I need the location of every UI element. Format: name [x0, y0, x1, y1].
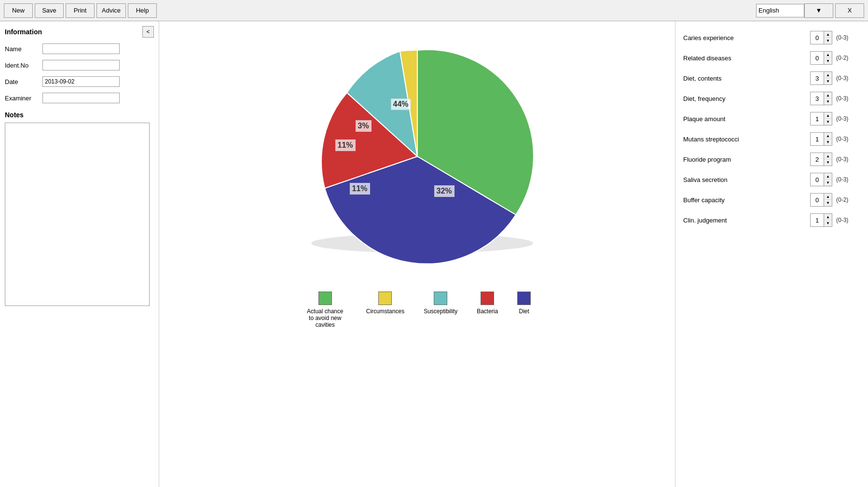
name-input[interactable] — [42, 43, 120, 54]
risk-value-group-7: ▲▼(0-3) — [810, 173, 860, 186]
left-panel: Information < Name Ident.No Date Examine… — [0, 21, 159, 487]
examiner-label: Examiner — [5, 95, 39, 102]
risk-label-5: Mutans streptococci — [683, 136, 780, 143]
spinner-down-2[interactable]: ▼ — [824, 78, 832, 84]
spinner-up-8[interactable]: ▲ — [824, 194, 832, 200]
legend-color-teal — [434, 292, 447, 305]
spinner-input-1[interactable] — [811, 52, 824, 64]
risk-range-9: (0-3) — [836, 217, 860, 223]
language-dropdown-button[interactable]: ▼ — [804, 3, 833, 18]
spinner-input-0[interactable] — [811, 31, 824, 44]
pie-chart: 44% 32% 11% 11% 3% — [297, 36, 538, 277]
legend-color-green — [318, 292, 332, 305]
spinner-container-6: ▲▼ — [810, 153, 832, 166]
risk-row-4: Plaque amount▲▼(0-3) — [683, 112, 860, 125]
name-row: Name — [5, 43, 154, 54]
spinner-down-3[interactable]: ▼ — [824, 98, 832, 105]
collapse-button[interactable]: < — [142, 26, 154, 38]
spinner-container-7: ▲▼ — [810, 173, 832, 186]
date-row: Date — [5, 76, 154, 87]
risk-value-group-6: ▲▼(0-3) — [810, 153, 860, 166]
spinner-down-8[interactable]: ▼ — [824, 200, 832, 206]
spinner-input-8[interactable] — [811, 194, 824, 206]
spinner-input-3[interactable] — [811, 92, 824, 105]
close-button[interactable]: X — [835, 3, 864, 18]
spinner-up-3[interactable]: ▲ — [824, 92, 832, 98]
risk-value-group-9: ▲▼(0-3) — [810, 213, 860, 227]
toolbar: New Save Print Advice Help ▼ X — [0, 0, 868, 21]
ident-label: Ident.No — [5, 62, 39, 69]
label-44: 44% — [391, 98, 411, 110]
date-input[interactable] — [42, 76, 120, 87]
legend-item-yellow: Circumstances — [366, 292, 404, 315]
risk-value-group-3: ▲▼(0-3) — [810, 92, 860, 105]
risk-value-group-8: ▲▼(0-2) — [810, 193, 860, 207]
save-button[interactable]: Save — [35, 3, 64, 18]
ident-input[interactable] — [42, 60, 120, 70]
right-panel: Caries experience▲▼(0-3)Related diseases… — [675, 21, 868, 487]
spinner-input-6[interactable] — [811, 153, 824, 166]
risk-value-group-4: ▲▼(0-3) — [810, 112, 860, 125]
spinner-up-5[interactable]: ▲ — [824, 133, 832, 139]
legend-color-blue — [517, 292, 531, 305]
center-panel: 44% 32% 11% 11% 3% Actual chanceto avoid… — [159, 21, 675, 487]
advice-button[interactable]: Advice — [96, 3, 126, 18]
spinner-up-1[interactable]: ▲ — [824, 52, 832, 58]
spinner-up-7[interactable]: ▲ — [824, 173, 832, 180]
chart-legend: Actual chanceto avoid new cavities Circu… — [303, 292, 531, 328]
spinner-container-5: ▲▼ — [810, 132, 832, 146]
risk-value-group-5: ▲▼(0-3) — [810, 132, 860, 146]
spinner-container-9: ▲▼ — [810, 213, 832, 227]
examiner-input[interactable] — [42, 93, 120, 103]
risk-row-6: Fluoride program▲▼(0-3) — [683, 153, 860, 166]
info-title: Information — [5, 28, 42, 36]
spinner-up-6[interactable]: ▲ — [824, 153, 832, 159]
risk-value-group-0: ▲▼(0-3) — [810, 31, 860, 44]
spinner-container-2: ▲▼ — [810, 71, 832, 85]
spinner-down-5[interactable]: ▼ — [824, 139, 832, 145]
spinner-input-4[interactable] — [811, 112, 824, 125]
risk-range-1: (0-2) — [836, 55, 860, 61]
spinner-up-0[interactable]: ▲ — [824, 31, 832, 38]
risk-row-2: Diet, contents▲▼(0-3) — [683, 71, 860, 85]
spinner-input-2[interactable] — [811, 72, 824, 84]
spinner-down-7[interactable]: ▼ — [824, 180, 832, 186]
risk-range-2: (0-3) — [836, 75, 860, 82]
legend-item-red: Bacteria — [477, 292, 498, 315]
risk-label-2: Diet, contents — [683, 75, 780, 82]
spinner-container-1: ▲▼ — [810, 51, 832, 65]
spinner-up-9[interactable]: ▲ — [824, 214, 832, 220]
spinner-down-4[interactable]: ▼ — [824, 119, 832, 125]
date-label: Date — [5, 78, 39, 85]
risk-row-7: Saliva secretion▲▼(0-3) — [683, 173, 860, 186]
risk-label-7: Saliva secretion — [683, 176, 780, 183]
new-button[interactable]: New — [4, 3, 33, 18]
spinner-down-0[interactable]: ▼ — [824, 38, 832, 44]
label-11-red: 11% — [350, 183, 370, 195]
risk-label-1: Related diseases — [683, 55, 780, 62]
legend-label-green: Actual chanceto avoid new cavities — [303, 308, 347, 328]
spinner-input-7[interactable] — [811, 173, 824, 186]
legend-item-teal: Susceptibility — [424, 292, 457, 315]
spinner-up-2[interactable]: ▲ — [824, 72, 832, 78]
notes-textarea[interactable] — [5, 123, 150, 306]
legend-item-blue: Diet — [517, 292, 531, 315]
language-input[interactable] — [756, 4, 804, 17]
legend-label-yellow: Circumstances — [366, 308, 404, 315]
risk-range-3: (0-3) — [836, 95, 860, 102]
risk-value-group-1: ▲▼(0-2) — [810, 51, 860, 65]
spinner-container-4: ▲▼ — [810, 112, 832, 125]
help-button[interactable]: Help — [128, 3, 157, 18]
spinner-down-1[interactable]: ▼ — [824, 58, 832, 64]
spinner-input-9[interactable] — [811, 214, 824, 226]
legend-color-red — [481, 292, 494, 305]
spinner-input-5[interactable] — [811, 133, 824, 145]
risk-range-4: (0-3) — [836, 115, 860, 122]
risk-row-3: Diet, frequency▲▼(0-3) — [683, 92, 860, 105]
spinner-up-4[interactable]: ▲ — [824, 112, 832, 119]
risk-label-6: Fluoride program — [683, 156, 780, 163]
risk-row-9: Clin. judgement▲▼(0-3) — [683, 213, 860, 227]
spinner-down-6[interactable]: ▼ — [824, 159, 832, 166]
print-button[interactable]: Print — [66, 3, 95, 18]
spinner-down-9[interactable]: ▼ — [824, 220, 832, 226]
